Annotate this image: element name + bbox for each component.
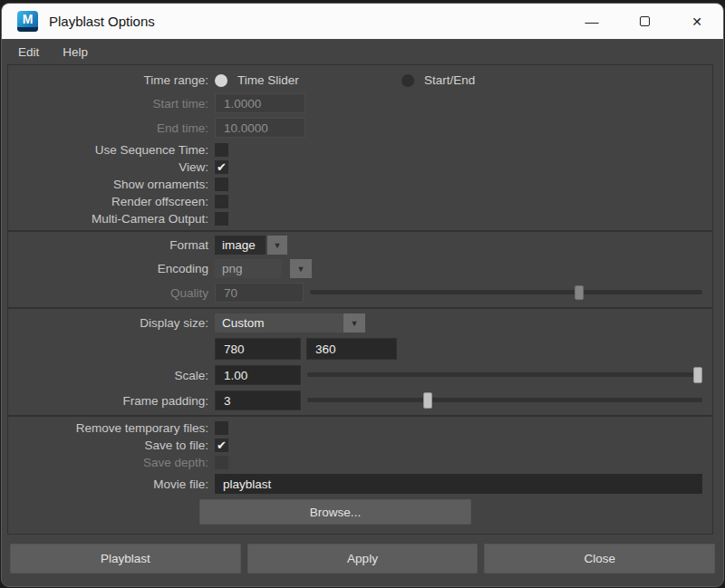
scale-slider[interactable] [307, 367, 702, 383]
menu-edit[interactable]: Edit [18, 45, 39, 59]
frame-padding-slider-handle[interactable] [423, 392, 432, 409]
format-dropdown-button[interactable]: ▼ [267, 236, 287, 255]
chevron-down-icon: ▼ [297, 265, 305, 274]
minimize-icon: — [585, 14, 599, 29]
chevron-down-icon: ▼ [351, 319, 359, 328]
format-label: Format [8, 238, 208, 252]
time-slider-radio[interactable] [215, 74, 227, 87]
width-input[interactable] [215, 338, 301, 360]
use-sequence-time-checkbox[interactable]: ✔ [215, 143, 228, 157]
chevron-down-icon: ▼ [274, 241, 282, 250]
encoding-row: Encoding png ▼ [8, 259, 712, 278]
show-ornaments-checkbox[interactable]: ✔ [215, 178, 228, 191]
time-range-row: Time range: Time Slider Start/End [8, 73, 712, 87]
maximize-button[interactable] [618, 4, 671, 39]
scale-slider-track [307, 372, 702, 377]
scale-slider-handle[interactable] [693, 367, 702, 383]
save-to-file-label: Save to file: [8, 439, 208, 452]
section-divider [8, 307, 712, 309]
end-time-input[interactable] [215, 118, 305, 138]
title-bar: M Playblast Options — ✕ [2, 4, 723, 39]
start-time-row: Start time: [8, 93, 712, 113]
maya-logo-icon: M [17, 11, 38, 32]
menu-help[interactable]: Help [63, 45, 88, 59]
footer-button-bar: Playblast Apply Close [2, 544, 723, 574]
check-icon: ✔ [217, 161, 227, 173]
frame-padding-slider-track [307, 398, 702, 402]
close-button[interactable]: ✕ [671, 4, 723, 39]
frame-padding-row: Frame padding: [8, 390, 712, 410]
movie-file-input[interactable] [215, 474, 702, 494]
encoding-dropdown-button[interactable]: ▼ [290, 259, 312, 278]
frame-padding-slider[interactable] [307, 392, 702, 409]
playblast-button[interactable]: Playblast [10, 544, 241, 574]
window-controls: — ✕ [566, 4, 723, 39]
format-row: Format image ▼ [8, 236, 712, 255]
movie-file-label: Movie file: [8, 477, 208, 491]
start-end-radio-group[interactable]: Start/End [401, 73, 475, 87]
end-time-label: End time: [8, 121, 208, 135]
scale-input[interactable] [215, 365, 301, 385]
display-size-dropdown-value[interactable]: Custom [215, 313, 343, 333]
remove-temporary-files-checkbox[interactable]: ✔ [215, 421, 228, 435]
menu-bar: Edit Help [2, 39, 723, 64]
show-ornaments-row: Show ornaments: ✔ [8, 178, 712, 191]
use-sequence-time-label: Use Sequence Time: [8, 143, 208, 157]
movie-file-row: Movie file: [8, 474, 712, 494]
section-divider [8, 230, 712, 232]
format-dropdown-value[interactable]: image [215, 236, 266, 255]
quality-label: Quality [8, 286, 208, 300]
section-divider [8, 415, 712, 417]
maya-logo-band [17, 27, 38, 32]
start-end-radio[interactable] [401, 74, 414, 87]
save-depth-checkbox[interactable]: ✔ [215, 456, 228, 469]
quality-row: Quality [8, 283, 712, 303]
render-offscreen-checkbox[interactable]: ✔ [215, 195, 228, 208]
scale-label: Scale: [8, 369, 208, 382]
save-to-file-checkbox[interactable]: ✔ [215, 439, 228, 452]
apply-button[interactable]: Apply [247, 544, 478, 574]
display-size-label: Display size: [8, 316, 208, 330]
browse-button[interactable]: Browse... [199, 499, 471, 525]
view-row: View: ✔ [8, 160, 712, 174]
remove-temporary-files-row: Remove temporary files: ✔ [8, 421, 712, 435]
playblast-options-window: M Playblast Options — ✕ Edit Help Time r… [1, 3, 724, 587]
quality-input[interactable] [215, 283, 304, 303]
quality-slider[interactable] [310, 284, 702, 301]
start-time-label: Start time: [8, 97, 208, 111]
maya-logo-letter: M [17, 11, 38, 27]
quality-slider-handle[interactable] [575, 285, 584, 300]
use-sequence-time-row: Use Sequence Time: ✔ [8, 143, 712, 157]
show-ornaments-label: Show ornaments: [8, 178, 208, 191]
close-action-button[interactable]: Close [484, 544, 715, 574]
end-time-row: End time: [8, 118, 712, 138]
remove-temporary-files-label: Remove temporary files: [8, 421, 208, 435]
options-frame: Time range: Time Slider Start/End Start … [7, 64, 713, 535]
check-icon: ✔ [217, 439, 227, 451]
multi-camera-output-label: Multi-Camera Output: [8, 212, 208, 226]
start-end-radio-label[interactable]: Start/End [424, 73, 475, 87]
display-size-dropdown-button[interactable]: ▼ [343, 313, 365, 333]
multi-camera-output-checkbox[interactable]: ✔ [215, 212, 228, 226]
multi-camera-output-row: Multi-Camera Output: ✔ [8, 212, 712, 226]
scale-row: Scale: [8, 365, 712, 385]
height-input[interactable] [306, 338, 397, 360]
time-range-label: Time range: [8, 73, 208, 87]
time-slider-radio-label[interactable]: Time Slider [237, 73, 299, 87]
render-offscreen-label: Render offscreen: [8, 195, 208, 208]
view-label: View: [8, 160, 208, 174]
size-values-row [8, 338, 712, 360]
view-checkbox[interactable]: ✔ [215, 160, 228, 174]
encoding-dropdown-value[interactable]: png [215, 259, 282, 278]
quality-slider-track [310, 290, 702, 294]
save-depth-row: Save depth: ✔ [8, 456, 712, 469]
frame-padding-input[interactable] [215, 390, 301, 410]
close-icon: ✕ [691, 14, 702, 29]
frame-padding-label: Frame padding: [8, 394, 208, 408]
render-offscreen-row: Render offscreen: ✔ [8, 195, 712, 208]
minimize-button[interactable]: — [566, 4, 618, 39]
display-size-row: Display size: Custom ▼ [8, 313, 712, 333]
encoding-label: Encoding [8, 262, 208, 275]
start-time-input[interactable] [215, 93, 305, 113]
time-slider-radio-group[interactable]: Time Slider [215, 73, 401, 87]
